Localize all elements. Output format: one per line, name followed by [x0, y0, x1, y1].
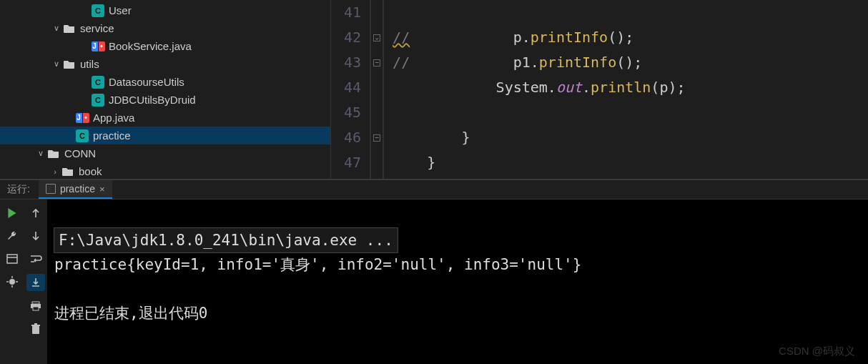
tree-item-label: App.java	[93, 112, 134, 124]
svg-marker-0	[8, 208, 16, 218]
run-toolbar	[0, 200, 47, 364]
line-number: 46	[344, 125, 361, 150]
fold-marker[interactable]: –	[371, 50, 383, 75]
run-tab-practice[interactable]: practice ×	[39, 180, 112, 199]
svg-point-3	[9, 279, 15, 285]
fold-marker[interactable]: ⌄	[371, 25, 383, 50]
code-line[interactable]	[393, 0, 685, 25]
class-icon: C	[92, 76, 104, 89]
svg-rect-11	[32, 326, 39, 334]
debug-icon[interactable]	[4, 274, 20, 290]
tree-item-service[interactable]: ∨service	[0, 19, 330, 37]
tree-item-label: service	[80, 22, 114, 34]
svg-rect-1	[7, 255, 17, 263]
line-number: 43	[344, 50, 361, 75]
fold-marker	[371, 75, 383, 100]
class-icon: C	[92, 4, 104, 17]
tree-item-label: utils	[80, 58, 99, 70]
tree-item-jdbcutilsbydruid[interactable]: CJDBCUtilsByDruid	[0, 91, 330, 109]
run-panel: 运行: practice ×	[0, 179, 868, 364]
tree-item-label: User	[109, 4, 132, 16]
tree-item-label: DatasourseUtils	[109, 76, 184, 88]
svg-rect-10	[33, 307, 39, 310]
console-output-line: practice{keyId=1, info1='真身', info2='nul…	[54, 256, 581, 273]
run-label: 运行:	[7, 183, 30, 196]
line-number: 42	[344, 25, 361, 50]
tree-item-app-java[interactable]: J•App.java	[0, 109, 330, 127]
chevron-right-icon[interactable]: ›	[49, 167, 61, 176]
line-gutter: 41424344454647	[331, 0, 371, 179]
close-icon[interactable]: ×	[99, 184, 105, 195]
svg-rect-13	[34, 323, 37, 325]
console-command-line: F:\Java\jdk1.8.0_241\bin\java.exe ...	[54, 228, 398, 252]
line-number: 47	[344, 150, 361, 175]
code-line[interactable]: // p.printInfo();	[393, 25, 685, 50]
soft-wrap-icon[interactable]	[28, 251, 44, 267]
run-console[interactable]: F:\Java\jdk1.8.0_241\bin\java.exe ... pr…	[47, 200, 868, 364]
run-tab-label: practice	[60, 183, 95, 195]
fold-marker	[371, 0, 383, 25]
code-line[interactable]: System.out.println(p);	[393, 75, 685, 100]
tree-item-datasourseutils[interactable]: CDatasourseUtils	[0, 73, 330, 91]
tree-item-label: BookService.java	[109, 40, 192, 52]
chevron-down-icon[interactable]: ∨	[34, 149, 47, 158]
code-editor[interactable]: 41424344454647 ⌄–– // p.printInfo();// p…	[330, 0, 868, 179]
fold-column: ⌄––	[371, 0, 384, 179]
tree-item-label: CONN	[64, 147, 96, 159]
tree-item-utils[interactable]: ∨utils	[0, 55, 330, 73]
line-number: 41	[344, 0, 361, 25]
scroll-to-end-icon[interactable]	[26, 274, 45, 291]
java-file-icon: J•	[92, 40, 104, 53]
code-area[interactable]: // p.printInfo();// p1.printInfo(); Syst…	[384, 0, 685, 179]
print-icon[interactable]	[28, 298, 44, 314]
chevron-down-icon[interactable]: ∨	[50, 59, 63, 69]
tree-item-label: JDBCUtilsByDruid	[109, 94, 196, 106]
tree-item-label: book	[79, 165, 102, 177]
tree-item-label: practice	[93, 129, 131, 142]
run-header: 运行: practice ×	[0, 180, 868, 200]
tree-item-bookservice-java[interactable]: J•BookService.java	[0, 37, 330, 55]
folder-icon	[61, 165, 74, 178]
arrow-up-icon[interactable]	[28, 205, 44, 221]
folder-icon	[63, 22, 76, 35]
project-tree: CUser∨serviceJ•BookService.java∨utilsCDa…	[0, 0, 330, 179]
tree-item-book[interactable]: ›book	[0, 162, 330, 179]
code-line[interactable]: // p1.printInfo();	[393, 50, 685, 75]
trash-icon[interactable]	[28, 321, 44, 337]
tree-item-practice[interactable]: Cpractice	[0, 127, 330, 144]
code-line[interactable]: }	[393, 150, 685, 175]
watermark: CSDN @码叔义	[779, 345, 855, 358]
code-line[interactable]	[393, 100, 685, 125]
svg-rect-12	[31, 325, 40, 326]
svg-rect-8	[32, 302, 39, 304]
run-tab-icon	[46, 184, 56, 194]
line-number: 45	[344, 100, 361, 125]
run-play-button[interactable]	[4, 205, 20, 221]
chevron-down-icon[interactable]: ∨	[50, 24, 63, 33]
folder-icon	[63, 58, 76, 71]
fold-marker	[371, 150, 383, 175]
arrow-down-icon[interactable]	[28, 228, 44, 244]
code-line[interactable]: }	[393, 125, 685, 150]
wrench-icon[interactable]	[4, 228, 20, 244]
folder-icon	[47, 147, 60, 160]
console-exit-line: 进程已结束,退出代码0	[54, 305, 207, 322]
fold-marker[interactable]: –	[371, 125, 383, 150]
class-icon: C	[92, 94, 104, 107]
line-number: 44	[344, 75, 361, 100]
java-file-icon: J•	[76, 112, 89, 124]
class-icon: C	[76, 129, 89, 142]
tree-item-conn[interactable]: ∨CONN	[0, 144, 330, 162]
layout-icon[interactable]	[4, 251, 20, 267]
tree-item-user[interactable]: CUser	[0, 1, 330, 19]
fold-marker	[371, 100, 383, 125]
